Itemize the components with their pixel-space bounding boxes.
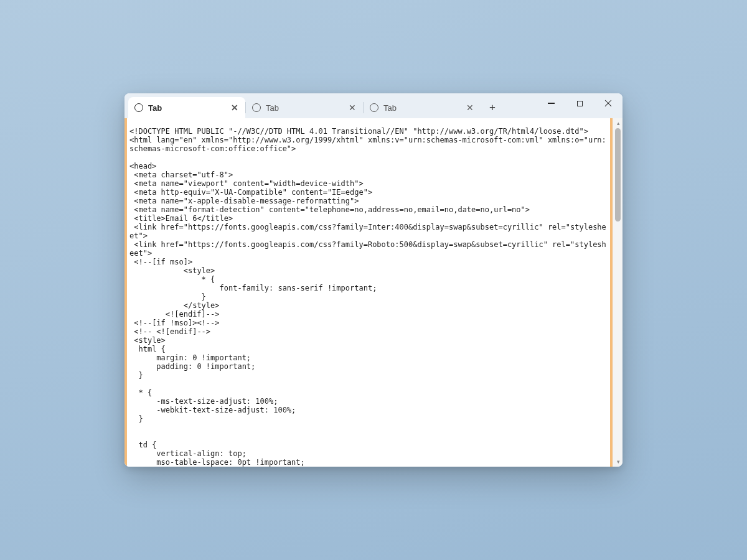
page-icon (370, 103, 378, 112)
tab-label: Tab (266, 103, 342, 113)
tab-2[interactable]: Tab ✕ (246, 97, 363, 118)
tab-3[interactable]: Tab ✕ (364, 97, 481, 118)
content-area: <!DOCTYPE HTML PUBLIC "-//W3C//DTD HTML … (125, 118, 622, 467)
app-window: Tab ✕ Tab ✕ Tab ✕ + <!DOCTYP (125, 93, 622, 467)
window-controls (537, 93, 622, 113)
close-tab-icon[interactable]: ✕ (229, 102, 240, 113)
close-tab-icon[interactable]: ✕ (464, 102, 476, 113)
minimize-button[interactable] (537, 93, 565, 113)
source-viewer[interactable]: <!DOCTYPE HTML PUBLIC "-//W3C//DTD HTML … (127, 118, 610, 467)
tab-label: Tab (383, 103, 459, 113)
source-code: <!DOCTYPE HTML PUBLIC "-//W3C//DTD HTML … (129, 127, 608, 467)
titlebar: Tab ✕ Tab ✕ Tab ✕ + (125, 93, 622, 118)
tab-strip: Tab ✕ Tab ✕ Tab ✕ + (128, 97, 502, 118)
scroll-down-icon[interactable]: ▾ (613, 457, 622, 467)
maximize-button[interactable] (565, 93, 594, 113)
tab-1[interactable]: Tab ✕ (128, 97, 245, 118)
scroll-thumb[interactable] (615, 128, 621, 222)
close-icon (604, 100, 612, 107)
vertical-scrollbar[interactable]: ▴ ▾ (613, 118, 622, 467)
minimize-icon (548, 103, 555, 103)
page-icon (252, 103, 261, 112)
new-tab-button[interactable]: + (483, 98, 502, 117)
scroll-up-icon[interactable]: ▴ (613, 118, 622, 128)
maximize-icon (577, 101, 583, 106)
close-tab-icon[interactable]: ✕ (347, 102, 358, 113)
page-icon (134, 103, 143, 112)
close-window-button[interactable] (594, 93, 622, 113)
tab-label: Tab (148, 103, 224, 113)
